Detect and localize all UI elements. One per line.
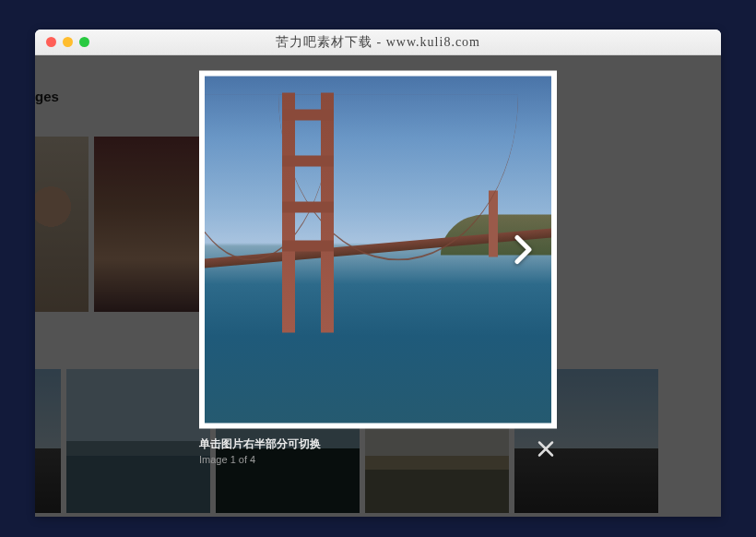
browser-window: 苦力吧素材下载 - www.kuli8.com ges (35, 30, 721, 517)
window-titlebar: 苦力吧素材下载 - www.kuli8.com (35, 30, 721, 55)
chevron-right-icon (514, 234, 534, 266)
zoom-window-button[interactable] (79, 37, 89, 47)
lightbox: 单击图片右半部分可切换 Image 1 of 4 (199, 71, 557, 465)
lightbox-caption-bar: 单击图片右半部分可切换 Image 1 of 4 (199, 436, 557, 465)
image-counter: Image 1 of 4 (199, 454, 321, 465)
lightbox-image[interactable] (205, 77, 551, 424)
close-lightbox-button[interactable] (535, 438, 557, 460)
page-content: ges (35, 55, 721, 517)
window-title: 苦力吧素材下载 - www.kuli8.com (35, 34, 721, 51)
minimize-window-button[interactable] (63, 37, 73, 47)
close-window-button[interactable] (46, 37, 56, 47)
caption-text: 单击图片右半部分可切换 (199, 436, 321, 452)
lightbox-frame (199, 71, 557, 429)
close-icon (537, 440, 555, 459)
next-image-button[interactable] (509, 232, 538, 268)
lightbox-caption: 单击图片右半部分可切换 Image 1 of 4 (199, 436, 321, 465)
traffic-lights (46, 37, 89, 47)
